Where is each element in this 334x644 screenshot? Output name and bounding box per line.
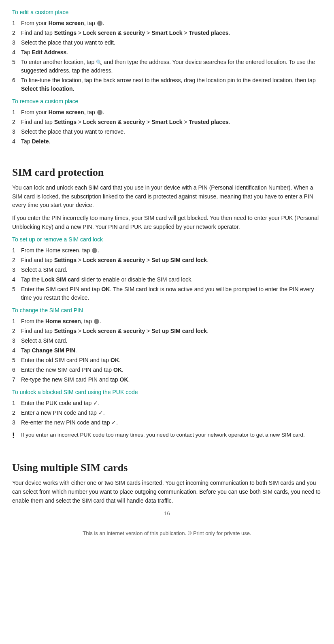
- step-text: To enter another location, tap 🔍 and the…: [21, 58, 322, 75]
- list-item: 3Re-enter the new PIN code and tap ✓.: [12, 418, 322, 427]
- step-number: 2: [12, 327, 21, 335]
- list-item: 4Tap Edit Address.: [12, 48, 322, 57]
- list-item: 5Enter the old SIM card PIN and tap OK.: [12, 356, 322, 365]
- step-text: Select a SIM card.: [21, 337, 322, 345]
- step-number: 1: [12, 108, 21, 117]
- step-text: From the Home screen, tap .: [21, 317, 322, 326]
- step-text: Select the place that you want to edit.: [21, 38, 322, 47]
- step-number: 7: [12, 375, 21, 384]
- step-number: 1: [12, 246, 21, 255]
- step-text: Find and tap Settings > Lock screen & se…: [21, 118, 322, 126]
- checkmark-icon: ✓: [111, 419, 116, 426]
- step-number: 3: [12, 266, 21, 274]
- list-item: 2Find and tap Settings > Lock screen & s…: [12, 29, 322, 37]
- checkmark-icon: ✓: [93, 400, 98, 406]
- step-text: Tap Edit Address.: [21, 48, 322, 57]
- step-text: Tap Delete.: [21, 137, 322, 146]
- list-item: 1From the Home screen, tap .: [12, 246, 322, 255]
- list-item: 2Find and tap Settings > Lock screen & s…: [12, 118, 322, 126]
- list-item: 6Enter the new SIM card PIN and tap OK.: [12, 366, 322, 374]
- sim-protection-para2: If you enter the PIN incorrectly too man…: [12, 214, 322, 231]
- sim-protection-para1: You can lock and unlock each SIM card th…: [12, 183, 322, 210]
- remove-custom-place-steps: 1From your Home screen, tap .2Find and t…: [12, 108, 322, 146]
- edit-custom-place-heading: To edit a custom place: [12, 8, 322, 17]
- step-text: Enter the old SIM card PIN and tap OK.: [21, 356, 322, 365]
- unlock-blocked-sim-heading: To unlock a blocked SIM card using the P…: [12, 388, 322, 397]
- step-number: 6: [12, 76, 21, 85]
- list-item: 1From your Home screen, tap .: [12, 108, 322, 117]
- step-text: From the Home screen, tap .: [21, 246, 322, 255]
- page-number: 16: [12, 510, 322, 518]
- step-number: 3: [12, 128, 21, 136]
- checkmark-icon: ✓: [98, 409, 103, 416]
- step-number: 4: [12, 137, 21, 146]
- step-text: Enter the new SIM card PIN and tap OK.: [21, 366, 322, 374]
- edit-custom-place-steps: 1From your Home screen, tap .2Find and t…: [12, 19, 322, 93]
- step-number: 4: [12, 346, 21, 355]
- step-number: 4: [12, 48, 21, 57]
- exclamation-icon: !: [12, 430, 21, 441]
- list-item: 4Tap Delete.: [12, 137, 322, 146]
- step-text: Re-type the new SIM card PIN and tap OK.: [21, 375, 322, 384]
- apps-icon: [94, 319, 99, 324]
- step-number: 4: [12, 275, 21, 284]
- step-number: 1: [12, 399, 21, 407]
- step-number: 1: [12, 317, 21, 326]
- step-text: From your Home screen, tap .: [21, 19, 322, 28]
- remove-custom-place-heading: To remove a custom place: [12, 97, 322, 106]
- sim-protection-section: SIM card protection You can lock and unl…: [12, 164, 322, 231]
- list-item: 2Find and tap Settings > Lock screen & s…: [12, 327, 322, 335]
- list-item: 3Select a SIM card.: [12, 337, 322, 345]
- unlock-blocked-sim-steps: 1Enter the PUK code and tap ✓.2Enter a n…: [12, 399, 322, 427]
- unlock-blocked-sim-section: To unlock a blocked SIM card using the P…: [12, 388, 322, 441]
- step-number: 3: [12, 337, 21, 345]
- footer-note: This is an internet version of this publ…: [12, 529, 322, 537]
- list-item: 3Select the place that you want to remov…: [12, 128, 322, 136]
- step-text: Find and tap Settings > Lock screen & se…: [21, 29, 322, 37]
- step-text: Enter the PUK code and tap ✓.: [21, 399, 322, 407]
- step-text: Tap the Lock SIM card slider to enable o…: [21, 275, 322, 284]
- step-number: 2: [12, 409, 21, 417]
- search-icon: 🔍: [96, 60, 102, 65]
- step-number: 2: [12, 256, 21, 264]
- list-item: 1From the Home screen, tap .: [12, 317, 322, 326]
- list-item: 6To fine-tune the location, tap the back…: [12, 76, 322, 93]
- puk-note-row: ! If you enter an incorrect PUK code too…: [12, 431, 322, 441]
- change-sim-pin-steps: 1From the Home screen, tap .2Find and ta…: [12, 317, 322, 384]
- step-number: 3: [12, 418, 21, 427]
- list-item: 3Select a SIM card.: [12, 266, 322, 274]
- list-item: 1From your Home screen, tap .: [12, 19, 322, 28]
- step-number: 1: [12, 19, 21, 28]
- sim-protection-heading: SIM card protection: [12, 164, 322, 180]
- step-number: 6: [12, 366, 21, 374]
- remove-custom-place-section: To remove a custom place 1From your Home…: [12, 97, 322, 146]
- step-text: Select a SIM card.: [21, 266, 322, 274]
- list-item: 4Tap the Lock SIM card slider to enable …: [12, 275, 322, 284]
- setup-sim-lock-section: To set up or remove a SIM card lock 1Fro…: [12, 235, 322, 302]
- setup-sim-lock-steps: 1From the Home screen, tap .2Find and ta…: [12, 246, 322, 302]
- multiple-sim-para: Your device works with either one or two…: [12, 479, 322, 505]
- step-text: Find and tap Settings > Lock screen & se…: [21, 327, 322, 335]
- edit-custom-place-section: To edit a custom place 1From your Home s…: [12, 8, 322, 93]
- list-item: 7Re-type the new SIM card PIN and tap OK…: [12, 375, 322, 384]
- apps-icon: [97, 110, 102, 115]
- step-text: Find and tap Settings > Lock screen & se…: [21, 256, 322, 264]
- step-text: Enter a new PIN code and tap ✓.: [21, 409, 322, 417]
- step-text: Tap Change SIM PIN.: [21, 346, 322, 355]
- step-text: From your Home screen, tap .: [21, 108, 322, 117]
- list-item: 2Find and tap Settings > Lock screen & s…: [12, 256, 322, 264]
- step-number: 3: [12, 38, 21, 47]
- step-number: 2: [12, 118, 21, 126]
- setup-sim-lock-heading: To set up or remove a SIM card lock: [12, 235, 322, 244]
- step-number: 5: [12, 285, 21, 294]
- step-number: 5: [12, 58, 21, 66]
- step-text: Re-enter the new PIN code and tap ✓.: [21, 418, 322, 427]
- step-number: 5: [12, 356, 21, 365]
- list-item: 5Enter the SIM card PIN and tap OK. The …: [12, 285, 322, 302]
- step-text: Enter the SIM card PIN and tap OK. The S…: [21, 285, 322, 302]
- apps-icon: [92, 248, 97, 253]
- list-item: 3Select the place that you want to edit.: [12, 38, 322, 47]
- multiple-sim-heading: Using multiple SIM cards: [12, 460, 322, 476]
- apps-icon: [97, 21, 102, 26]
- change-sim-pin-heading: To change the SIM card PIN: [12, 306, 322, 315]
